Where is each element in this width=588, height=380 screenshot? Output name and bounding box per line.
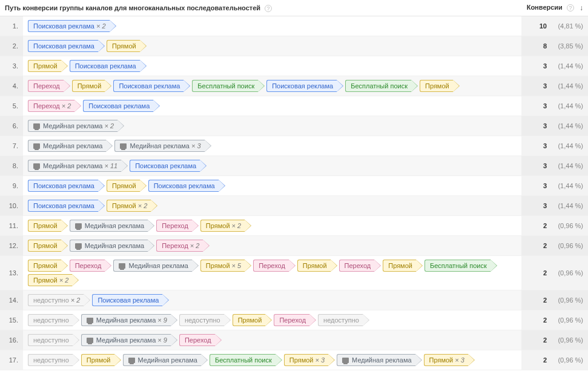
channel-chip-label: Бесплатный поиск	[351, 80, 408, 91]
row-index: 12.	[0, 236, 23, 256]
help-icon[interactable]: ?	[567, 4, 574, 11]
channel-chip-unavailable: недоступно	[28, 334, 73, 346]
conversion-paths-table: Путь конверсии группы каналов для многок…	[0, 0, 588, 370]
table-row[interactable]: 1.Поисковая реклама× 210(4,81 %)	[0, 16, 588, 36]
channel-chip-label: недоступно	[323, 315, 359, 326]
table-row[interactable]: 5.Переход× 2Поисковая реклама3(1,44 %)	[0, 96, 588, 116]
row-percent: (3,85 %)	[552, 36, 588, 56]
row-path: Медийная реклама× 2	[23, 116, 521, 136]
table-row[interactable]: 9.Поисковая рекламаПрямойПоисковая рекла…	[0, 176, 588, 196]
row-percent: (1,44 %)	[552, 116, 588, 136]
row-path: ПрямойПоисковая реклама	[23, 56, 521, 76]
channel-chip-paid_search: Поисковая реклама	[130, 160, 200, 172]
row-conversions: 3	[521, 56, 552, 76]
row-percent: (1,44 %)	[552, 96, 588, 116]
channel-chip-multiplier: × 3	[191, 140, 201, 151]
channel-chip-label: Прямой	[112, 41, 136, 51]
channel-chip-paid_search: Поисковая реклама	[28, 200, 98, 212]
row-path: недоступноМедийная реклама× 9недоступноП…	[23, 310, 521, 330]
channel-chip-direct: Прямой	[28, 260, 61, 272]
row-conversions: 8	[521, 36, 552, 56]
row-conversions: 2	[521, 330, 552, 350]
channel-chip-direct: Прямой	[28, 240, 61, 252]
row-index: 5.	[0, 96, 23, 116]
display-icon	[33, 163, 40, 169]
channel-chip-direct: Прямой	[72, 80, 105, 92]
channel-chip-label: Медийная реклама	[96, 335, 156, 346]
row-index: 10.	[0, 196, 23, 216]
row-path: недоступноПрямойМедийная рекламаБесплатн…	[23, 350, 521, 370]
channel-chip-paid_search: Поисковая реклама	[28, 40, 98, 52]
display-icon	[87, 318, 93, 323]
row-path: Поисковая рекламаПрямойПоисковая реклама	[23, 176, 521, 196]
display-icon	[120, 143, 127, 149]
channel-chip-referral: Переход	[156, 220, 192, 232]
channel-chip-label: Поисковая реклама	[75, 61, 136, 71]
column-header-path[interactable]: Путь конверсии группы каналов для многок…	[0, 0, 521, 16]
table-row[interactable]: 6.Медийная реклама× 23(1,44 %)	[0, 116, 588, 136]
table-row[interactable]: 8.Медийная реклама× 11Поисковая реклама3…	[0, 156, 588, 176]
channel-chip-paid_search: Поисковая реклама	[113, 80, 183, 92]
table-row[interactable]: 13.ПрямойПереходМедийная рекламаПрямой× …	[0, 256, 588, 290]
channel-chip-label: Бесплатный поиск	[197, 80, 254, 91]
channel-chip-display: Медийная реклама	[113, 260, 191, 272]
channel-chip-label: Переход	[162, 240, 188, 251]
row-path: ПереходПрямойПоисковая рекламаБесплатный…	[23, 76, 521, 96]
channel-chip-direct: Прямой	[28, 220, 61, 232]
table-row[interactable]: 12.ПрямойМедийная рекламаПереход× 22(0,9…	[0, 236, 588, 256]
channel-chip-multiplier: × 9	[157, 315, 167, 326]
row-index: 14.	[0, 290, 23, 310]
row-path: недоступноМедийная реклама× 9Переход	[23, 330, 521, 350]
channel-chip-direct: Прямой	[107, 40, 140, 52]
channel-chip-label: Поисковая реклама	[135, 160, 196, 171]
channel-chip-multiplier: × 2	[104, 120, 114, 131]
channel-chip-label: Медийная реклама	[43, 140, 102, 151]
row-conversions: 2	[521, 310, 552, 330]
table-row[interactable]: 17.недоступноПрямойМедийная рекламаБеспл…	[0, 350, 588, 370]
row-percent: (1,44 %)	[552, 196, 588, 216]
table-row[interactable]: 10.Поисковая рекламаПрямой× 23(1,44 %)	[0, 196, 588, 216]
channel-chip-label: Прямой	[425, 80, 449, 91]
row-index: 11.	[0, 216, 23, 236]
table-row[interactable]: 16.недоступноМедийная реклама× 9Переход2…	[0, 330, 588, 350]
row-index: 6.	[0, 116, 23, 136]
channel-chip-label: Поисковая реклама	[119, 80, 180, 91]
table-row[interactable]: 3.ПрямойПоисковая реклама3(1,44 %)	[0, 56, 588, 76]
channel-chip-paid_search: Поисковая реклама	[148, 180, 219, 192]
table-row[interactable]: 2.Поисковая рекламаПрямой8(3,85 %)	[0, 36, 588, 56]
channel-chip-label: Медийная реклама	[128, 260, 188, 271]
table-row[interactable]: 7.Медийная рекламаМедийная реклама× 33(1…	[0, 136, 588, 156]
channel-chip-display: Медийная реклама	[28, 140, 106, 152]
channel-chip-multiplier: × 2	[71, 295, 81, 306]
row-percent: (0,96 %)	[552, 350, 588, 370]
channel-chip-paid_search: Поисковая реклама× 2	[28, 20, 110, 32]
row-percent: (1,44 %)	[552, 176, 588, 196]
row-percent: (1,44 %)	[552, 56, 588, 76]
channel-chip-direct: Прямой	[297, 260, 331, 272]
channel-chip-label: Прямой	[33, 240, 58, 251]
table-row[interactable]: 14.недоступно× 2Поисковая реклама2(0,96 …	[0, 290, 588, 310]
table-row[interactable]: 15.недоступноМедийная реклама× 9недоступ…	[0, 310, 588, 330]
channel-chip-label: Переход	[345, 260, 371, 271]
display-icon	[75, 223, 82, 229]
channel-chip-direct: Прямой	[28, 60, 61, 72]
table-row[interactable]: 11.ПрямойМедийная рекламаПереходПрямой× …	[0, 216, 588, 236]
table-row[interactable]: 4.ПереходПрямойПоисковая рекламаБесплатн…	[0, 76, 588, 96]
channel-chip-unavailable: недоступно	[318, 314, 363, 326]
row-conversions: 3	[521, 116, 552, 136]
channel-chip-label: Переход	[75, 260, 102, 271]
display-icon	[87, 338, 93, 343]
row-conversions: 3	[521, 176, 552, 196]
channel-chip-label: Прямой	[206, 260, 230, 271]
channel-chip-label: Медийная реклама	[85, 220, 144, 231]
channel-chip-organic: Бесплатный поиск	[424, 260, 491, 272]
help-icon[interactable]: ?	[265, 5, 272, 12]
column-header-conversions[interactable]: Конверсии ? ↓	[521, 0, 588, 16]
channel-chip-multiplier: × 2	[59, 275, 69, 286]
row-percent: (0,96 %)	[552, 290, 588, 310]
row-conversions: 2	[521, 350, 552, 370]
row-path: ПрямойПереходМедийная рекламаПрямой× 5Пе…	[23, 256, 521, 290]
channel-chip-label: Прямой	[78, 80, 102, 91]
row-path: недоступно× 2Поисковая реклама	[23, 290, 521, 310]
row-index: 8.	[0, 156, 23, 176]
